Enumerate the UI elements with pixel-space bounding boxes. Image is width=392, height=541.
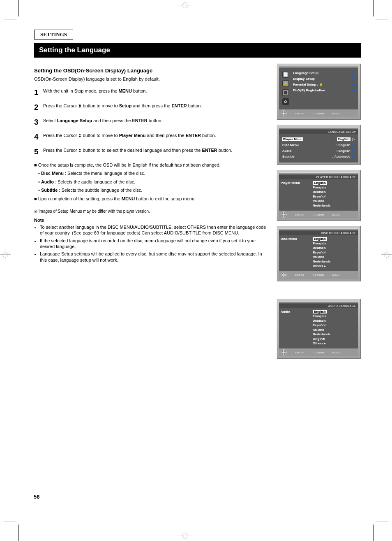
- dpad-icon: [281, 211, 287, 218]
- step-number: 5: [34, 147, 43, 156]
- language-option[interactable]: Français: [313, 241, 358, 246]
- note-item: If the selected language is not recorded…: [40, 238, 269, 250]
- language-option[interactable]: Español: [313, 194, 358, 199]
- osd-item[interactable]: Parental Setup : 🔓: [293, 83, 323, 86]
- return-label: RETURN: [313, 112, 324, 115]
- step-text: Press the Cursor ▲▼ button to move to Se…: [43, 103, 269, 112]
- settings-tab: SETTINGS: [34, 30, 73, 39]
- language-option[interactable]: Deutsch: [313, 246, 358, 250]
- language-option[interactable]: English: [313, 237, 358, 241]
- intro-text: OSD(On-Screen Display) language is set t…: [34, 76, 269, 82]
- arrow-right-icon: ▶: [352, 154, 355, 158]
- osd-row-label[interactable]: Disc Menu: [282, 143, 299, 147]
- enter-label: ENTER: [295, 274, 304, 276]
- osd-footer: ENTER RETURN MENU: [279, 211, 358, 218]
- language-option[interactable]: Nederlands: [313, 203, 358, 208]
- language-option[interactable]: English: [313, 181, 358, 185]
- step-text: With the unit in Stop mode, press the ME…: [43, 88, 269, 97]
- osd-title: PLAYER MENU LANGUAGE: [279, 175, 358, 179]
- dpad-icon: [281, 110, 287, 116]
- osd-row-label[interactable]: Subtitle: [282, 155, 294, 158]
- gear-icon: ✿: [282, 98, 289, 105]
- arrow-right-icon: ▶: [352, 149, 355, 153]
- step-number: 2: [34, 103, 43, 112]
- step-number: 3: [34, 118, 43, 127]
- osd-main-setup: 📄 🔒 ▦ ✿ Language Setup▶ Display Setup▶ P…: [277, 63, 361, 120]
- body-line: • Subtitle : Selects the subtitle langua…: [38, 187, 269, 193]
- arrow-right-icon: ▶: [352, 77, 355, 81]
- return-label: RETURN: [313, 274, 324, 276]
- padlock-icon: 🔓: [319, 83, 323, 86]
- language-option[interactable]: Italiano: [313, 255, 358, 259]
- enter-label: ENTER: [295, 112, 304, 115]
- osd-title: DISC MENU LANGUAGE: [279, 231, 358, 235]
- osd-row-value: English: [339, 143, 350, 147]
- language-option[interactable]: Italiano: [313, 327, 358, 332]
- arrow-right-icon: ▶: [352, 71, 355, 75]
- osd-item[interactable]: DivX(R) Registration: [293, 88, 325, 92]
- language-option[interactable]: Original: [313, 337, 358, 341]
- menu-label: MENU: [332, 274, 341, 276]
- arrow-right-icon: ▷: [352, 137, 355, 141]
- sub-note: ※ Images of Setup Menus may be differ wi…: [34, 209, 269, 214]
- return-label: RETURN: [313, 214, 324, 216]
- step-text: Press the Cursor ▲▼ button to move to Pl…: [43, 132, 269, 142]
- osd-left-label: Player Menu: [279, 180, 313, 210]
- step-text: Press the Cursor ▲▼ button to to select …: [43, 147, 269, 156]
- enter-label: ENTER: [295, 214, 304, 216]
- dpad-icon: [281, 272, 287, 278]
- section-heading: Setting the OSD(On-Screen Display) Langu…: [34, 67, 269, 74]
- language-option[interactable]: Français: [313, 314, 358, 318]
- language-option[interactable]: Nederlands: [313, 259, 358, 264]
- osd-footer: ENTER RETURN MENU: [279, 109, 358, 117]
- note-heading: Note: [34, 218, 269, 223]
- osd-title: LANGUAGE SETUP: [279, 130, 358, 134]
- language-option[interactable]: Nederlands: [313, 332, 358, 337]
- arrow-right-icon: ▶: [352, 143, 355, 147]
- osd-left-label: Disc Menu: [279, 236, 313, 271]
- language-option[interactable]: Español: [313, 323, 358, 327]
- osd-icon-column: 📄 🔒 ▦ ✿: [282, 70, 291, 106]
- doc-icon: 📄: [282, 71, 289, 78]
- lock-icon: 🔒: [282, 80, 289, 87]
- return-label: RETURN: [313, 351, 324, 354]
- grid-icon: ▦: [282, 89, 289, 96]
- body-line: • Disc Menu : Selects the menu language …: [38, 170, 269, 176]
- language-option[interactable]: Deutsch: [313, 190, 358, 194]
- body-line: • Audio : Selects the audio language of …: [38, 179, 269, 185]
- osd-row-value: English: [339, 149, 350, 153]
- language-option[interactable]: Français: [313, 185, 358, 190]
- osd-left-label: Audio: [279, 309, 313, 348]
- osd-row-label[interactable]: Audio: [282, 149, 292, 153]
- arrow-right-icon: ▶: [352, 82, 355, 86]
- osd-disc-menu-language: DISC MENU LANGUAGE Disc Menu EnglishFran…: [277, 226, 361, 281]
- enter-label: ENTER: [295, 351, 304, 354]
- step-number: 4: [34, 132, 43, 142]
- osd-footer: ENTER RETURN MENU: [279, 348, 358, 356]
- language-option[interactable]: Italiano: [313, 199, 358, 203]
- osd-row-label[interactable]: Player Menu: [282, 137, 303, 141]
- osd-row-value: Automatic: [334, 155, 350, 158]
- dpad-icon: [281, 349, 287, 355]
- osd-item[interactable]: Display Setup: [293, 77, 315, 81]
- step-number: 1: [34, 88, 43, 97]
- language-option[interactable]: Others ▸: [313, 264, 358, 268]
- page-number: 56: [34, 494, 39, 500]
- note-item: To select another language in the DISC M…: [40, 224, 269, 236]
- step-text: Select Language Setup and then press the…: [43, 118, 269, 127]
- language-option[interactable]: Deutsch: [313, 318, 358, 323]
- osd-item[interactable]: Language Setup: [293, 71, 318, 75]
- menu-label: MENU: [332, 351, 341, 354]
- osd-main-list: Language Setup▶ Display Setup▶ Parental …: [291, 70, 355, 106]
- language-option[interactable]: Español: [313, 250, 358, 255]
- menu-label: MENU: [332, 112, 341, 115]
- body-line: ■ Upon completion of the setting, press …: [34, 196, 269, 202]
- osd-title: AUDIO LANGUAGE: [279, 304, 358, 308]
- osd-row-value: English: [337, 137, 350, 141]
- osd-language-setup: LANGUAGE SETUP Player Menu: English ▷ Di…: [277, 125, 361, 165]
- osd-audio-language: AUDIO LANGUAGE Audio EnglishFrançaisDeut…: [277, 299, 361, 359]
- language-option[interactable]: Others ▸: [313, 341, 358, 346]
- language-option[interactable]: English: [313, 309, 358, 314]
- osd-footer: ENTER RETURN MENU: [279, 271, 358, 279]
- arrow-right-icon: ▶: [352, 88, 355, 92]
